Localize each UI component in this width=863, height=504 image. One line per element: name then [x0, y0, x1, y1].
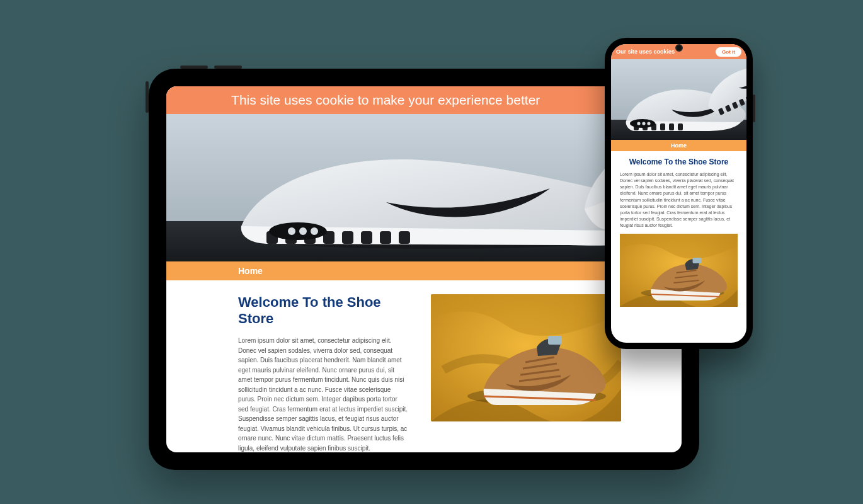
svg-rect-35	[660, 123, 665, 130]
body-copy: Lorem ipsum dolor sit amet, consectetur …	[620, 171, 738, 229]
svg-rect-50	[693, 258, 702, 263]
hero-image	[611, 59, 746, 140]
phone-camera-icon	[675, 44, 683, 52]
svg-rect-9	[380, 231, 391, 244]
product-image	[620, 234, 738, 307]
page-title: Welcome To the Shoe Store	[238, 294, 408, 327]
phone-screen: Our site uses cookies Got it	[611, 44, 746, 343]
nav-bar: Home	[611, 140, 746, 151]
svg-point-12	[288, 227, 295, 235]
page-title: Welcome To the Shoe Store	[620, 158, 738, 166]
white-sneaker-hero-icon	[611, 59, 746, 140]
svg-point-14	[311, 227, 318, 235]
svg-point-39	[637, 122, 640, 125]
svg-point-13	[299, 227, 307, 235]
phone-device-frame: Our site uses cookies Got it	[605, 38, 753, 349]
svg-point-11	[269, 222, 327, 240]
body-copy: Lorem ipsum dolor sit amet, consectetur …	[238, 336, 408, 452]
svg-rect-10	[399, 231, 410, 244]
svg-point-40	[642, 122, 645, 125]
svg-rect-8	[361, 231, 372, 244]
nav-item-home[interactable]: Home	[238, 266, 263, 276]
cookie-banner-text: This site uses cookie to make your exper…	[178, 93, 593, 108]
nav-item-home[interactable]: Home	[671, 142, 687, 149]
main-content: Welcome To the Shoe Store Lorem ipsum do…	[611, 151, 746, 314]
product-image	[431, 294, 621, 421]
svg-point-41	[647, 122, 650, 125]
svg-rect-24	[548, 336, 562, 345]
cookie-banner-text: Our site uses cookies	[616, 49, 712, 55]
svg-rect-36	[669, 123, 674, 130]
svg-rect-37	[678, 123, 683, 130]
tan-sneaker-icon	[431, 294, 621, 421]
cookie-accept-button[interactable]: Got it	[716, 47, 741, 57]
svg-rect-7	[342, 231, 353, 244]
tan-sneaker-icon	[620, 234, 738, 307]
